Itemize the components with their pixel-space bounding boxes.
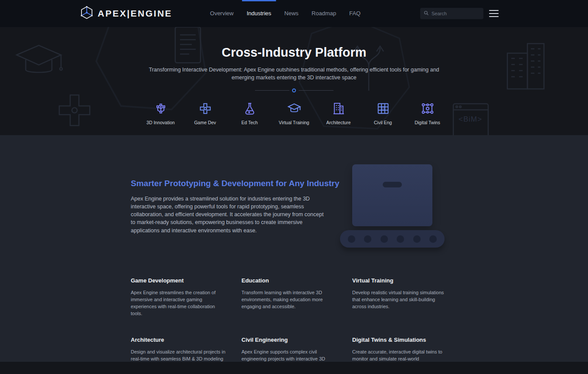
divider-line bbox=[299, 90, 333, 91]
card-title: Education bbox=[241, 277, 345, 284]
card-body: Transform learning with interactive 3D e… bbox=[241, 289, 336, 310]
industry-label: Digital Twins bbox=[415, 120, 440, 125]
node-network-icon bbox=[420, 101, 435, 116]
flask-icon bbox=[242, 101, 257, 116]
section-divider bbox=[255, 88, 333, 92]
logo-icon bbox=[79, 5, 94, 22]
industry-item-civil-eng[interactable]: Civil Eng bbox=[367, 101, 399, 125]
machine-body bbox=[352, 164, 432, 226]
divider-line bbox=[255, 90, 290, 91]
page-title: Cross-Industry Platform bbox=[0, 27, 588, 60]
cards-grid: Game Development Apex Engine streamlines… bbox=[131, 277, 455, 370]
logo[interactable]: APEX|ENGINE bbox=[79, 5, 172, 22]
card-body: Develop realistic virtual training simul… bbox=[352, 289, 447, 310]
machine-illustration bbox=[340, 163, 445, 251]
industry-label: Civil Eng bbox=[374, 120, 392, 125]
section-paragraph: Apex Engine provides a streamlined solut… bbox=[131, 195, 328, 235]
industry-label: Virtual Training bbox=[279, 120, 309, 125]
conveyor-belt bbox=[340, 230, 445, 248]
industry-item-3d-innovation[interactable]: 3D Innovation bbox=[145, 101, 177, 125]
machine-slot bbox=[383, 182, 402, 187]
section-heading: Smarter Prototyping & Development for An… bbox=[131, 179, 340, 188]
footer-strip bbox=[0, 362, 588, 374]
industry-item-architecture[interactable]: Architecture bbox=[323, 101, 354, 125]
card-title: Civil Engineering bbox=[241, 337, 345, 343]
industry-label: Ed Tech bbox=[241, 120, 258, 125]
nav-item-roadmap[interactable]: Roadmap bbox=[305, 0, 343, 27]
menu-button[interactable] bbox=[489, 10, 499, 17]
conveyor-roller bbox=[429, 235, 437, 243]
search-box[interactable] bbox=[420, 8, 483, 19]
card-title: Virtual Training bbox=[352, 277, 455, 284]
industry-label: 3D Innovation bbox=[146, 120, 175, 125]
conveyor-roller bbox=[364, 235, 371, 243]
cube-network-icon bbox=[153, 101, 168, 116]
graduation-cap-icon bbox=[287, 101, 302, 116]
industry-overview-section: Smarter Prototyping & Development for An… bbox=[0, 135, 588, 362]
industry-icons-row: 3D Innovation Game Dev bbox=[0, 101, 588, 125]
page: APEX|ENGINE Overview Industries News Roa… bbox=[0, 0, 588, 374]
card-title: Digital Twins & Simulations bbox=[352, 337, 455, 343]
nav-item-industries[interactable]: Industries bbox=[240, 0, 278, 27]
nav-item-news[interactable]: News bbox=[278, 0, 305, 27]
dpad-icon bbox=[198, 101, 213, 116]
industry-item-game-dev[interactable]: Game Dev bbox=[190, 101, 221, 125]
search-input[interactable] bbox=[432, 11, 480, 16]
nav-item-faq[interactable]: FAQ bbox=[343, 0, 367, 27]
industry-item-virtual-training[interactable]: Virtual Training bbox=[279, 101, 310, 125]
nav-item-overview[interactable]: Overview bbox=[204, 0, 240, 27]
search-icon bbox=[424, 10, 429, 17]
grid-blueprint-icon bbox=[376, 101, 391, 116]
hero-subtitle: Transforming Interactive Development: Ap… bbox=[139, 66, 449, 82]
divider-dot bbox=[292, 88, 296, 92]
card-game-development: Game Development Apex Engine streamlines… bbox=[131, 277, 234, 317]
conveyor-roller bbox=[348, 235, 355, 243]
industry-item-digital-twins[interactable]: Digital Twins bbox=[412, 101, 443, 125]
card-title: Architecture bbox=[131, 337, 234, 343]
industry-label: Architecture bbox=[326, 120, 350, 125]
card-education: Education Transform learning with intera… bbox=[241, 277, 345, 317]
industry-label: Game Dev bbox=[194, 120, 216, 125]
card-title: Game Development bbox=[131, 277, 234, 284]
building-icon bbox=[331, 101, 346, 116]
hamburger-icon bbox=[489, 10, 499, 11]
main-nav: Overview Industries News Roadmap FAQ bbox=[204, 0, 367, 27]
logo-text: APEX|ENGINE bbox=[98, 8, 172, 19]
hero-section: <BiM> Cross-Industry Platform Transformi… bbox=[0, 27, 588, 135]
conveyor-roller bbox=[381, 235, 388, 243]
card-body: Apex Engine streamlines the creation of … bbox=[131, 289, 226, 317]
card-virtual-training: Virtual Training Develop realistic virtu… bbox=[352, 277, 455, 317]
conveyor-roller bbox=[397, 235, 404, 243]
industry-item-ed-tech[interactable]: Ed Tech bbox=[234, 101, 265, 125]
conveyor-roller bbox=[413, 235, 421, 243]
top-nav: APEX|ENGINE Overview Industries News Roa… bbox=[0, 0, 588, 27]
